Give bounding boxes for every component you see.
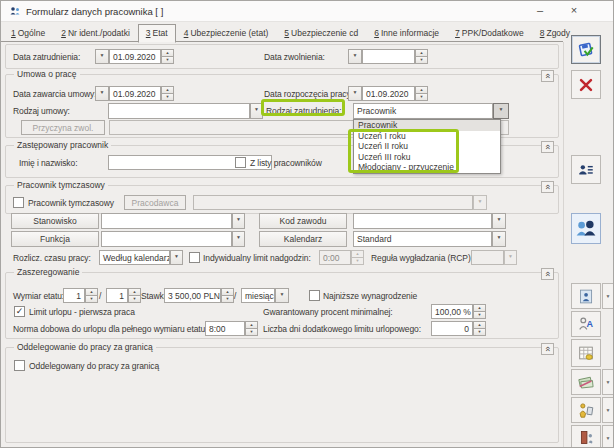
employee-docs-dropdown-button[interactable] [602, 397, 614, 423]
norma-dobowa-label: Norma dobowa do urlopu dla pełnego wymia… [13, 324, 208, 334]
data-zawarcia-calendar-button[interactable] [95, 86, 109, 101]
rodzaj-zatrudnienia-combo-input[interactable]: Pracownik [353, 103, 493, 119]
stawka-spinner[interactable] [221, 288, 234, 303]
rodzaj-umowy-dropdown-button[interactable] [250, 103, 263, 119]
data-zatrudnienia-spinner[interactable] [161, 49, 174, 64]
tab-ppk-dodatkowe[interactable]: 7PPK/Dodatkowe [447, 24, 532, 42]
wymiar-mianownik-input[interactable]: 1 [106, 288, 128, 303]
wymiar-licznik-input[interactable]: 1 [63, 288, 85, 303]
oddelegowanie-collapse-button[interactable] [541, 343, 554, 355]
rodzaj-umowy-combo-input[interactable] [108, 103, 250, 119]
gwarantowany-procent-input[interactable]: 100,00 % [431, 304, 473, 319]
gwarantowany-procent-spinner[interactable] [473, 304, 486, 319]
kalendarz-combo-input[interactable]: Standard [353, 231, 492, 247]
employee-docs-button[interactable] [571, 397, 601, 423]
wymiar-licznik-spinner[interactable] [85, 288, 98, 303]
data-zawarcia-input[interactable]: 01.09.2020 [109, 86, 161, 101]
dropdown-option[interactable]: Młodociany - przyuczenie [354, 162, 500, 173]
data-rozpoczecia-spinner[interactable] [415, 86, 428, 101]
dropdown-option[interactable]: Uczeń II roku [354, 141, 500, 152]
stanowisko-button[interactable]: Stanowisko [11, 213, 99, 229]
liczba-dni-input[interactable]: 0 [431, 321, 473, 336]
limit-nadgodzin-spinner [351, 250, 364, 265]
tab-nr-ident-podatki[interactable]: 2Nr ident./podatki [53, 24, 138, 42]
tab-ubezpieczenie-cd[interactable]: 5Ubezpieczenie cd [276, 24, 366, 42]
stawka-okres-combo-input[interactable]: miesiąc [241, 288, 275, 303]
tab-label: PPK/Dodatkowe [462, 28, 524, 38]
umowa-collapse-button[interactable] [541, 70, 554, 82]
minimize-button[interactable]: – [529, 3, 551, 19]
photo-dropdown-button[interactable] [602, 283, 614, 309]
kod-zawodu-button[interactable]: Kod zawodu [259, 213, 347, 229]
kalendarz-dropdown-button[interactable] [492, 231, 506, 247]
tab-label: Ubezpieczenie (etat) [190, 28, 268, 38]
data-rozpoczecia-input[interactable]: 01.09.2020 [362, 86, 415, 101]
pracownik-tymczasowy-label: Pracownik tymczasowy [28, 198, 114, 208]
funkcja-button[interactable]: Funkcja [11, 231, 99, 247]
indywidualny-limit-checkbox[interactable] [189, 252, 200, 263]
dropdown-option[interactable]: Uczeń I roku [354, 131, 500, 142]
tab-inne-informacje[interactable]: 6Inne informacje [366, 24, 447, 42]
tab-etat[interactable]: 3Etat [138, 24, 176, 43]
najnizsze-wynagrodzenie-checkbox[interactable] [309, 290, 320, 301]
money-button[interactable] [571, 369, 601, 395]
imie-nazwisko-input[interactable] [108, 155, 272, 170]
exit-door-button[interactable] [571, 425, 601, 448]
save-icon [577, 40, 596, 59]
employee-card-button[interactable] [571, 155, 601, 184]
norma-dobowa-input[interactable]: 8:00 [205, 321, 245, 336]
toolbar-divider [563, 42, 564, 448]
stawka-okres-dropdown-button[interactable] [275, 288, 289, 303]
calendar-grid-button[interactable] [571, 339, 601, 367]
pracownik-tymczasowy-checkbox[interactable] [13, 197, 24, 208]
stawka-input[interactable]: 3 500,00 PLN [164, 288, 221, 303]
money-dropdown-button[interactable] [602, 369, 614, 395]
z-listy-checkbox[interactable] [235, 157, 246, 168]
dropdown-option[interactable]: Uczeń III roku [354, 152, 500, 163]
data-zatrudnienia-input[interactable]: 01.09.2020 [109, 49, 161, 64]
funkcja-dropdown-button[interactable] [232, 231, 245, 247]
close-button[interactable]: × [563, 3, 585, 19]
norma-dobowa-spinner[interactable] [245, 321, 258, 336]
kod-zawodu-combo-input[interactable] [353, 213, 492, 229]
window-icon [9, 5, 21, 17]
stanowisko-dropdown-button[interactable] [232, 213, 245, 229]
stanowisko-combo-input[interactable] [101, 213, 232, 229]
limit-nadgodzin-input: 0:00 [319, 250, 351, 265]
people-button[interactable] [571, 213, 601, 244]
tab-zgody[interactable]: 8Zgody [532, 24, 578, 42]
data-rozpoczecia-calendar-button[interactable] [348, 86, 362, 101]
zaszeregowanie-collapse-button[interactable] [541, 268, 554, 280]
data-zwolnienia-calendar-button[interactable] [348, 49, 362, 64]
exit-door-dropdown-button[interactable] [602, 425, 614, 448]
data-zatrudnienia-calendar-button[interactable] [95, 49, 109, 64]
dropdown-option[interactable]: Pracownik [354, 120, 500, 131]
zastepowany-collapse-button[interactable] [541, 141, 554, 153]
rozlicz-combo-input[interactable]: Według kalendarza [99, 250, 170, 265]
data-zwolnienia-input[interactable] [362, 49, 415, 64]
tymczasowy-collapse-button[interactable] [541, 181, 554, 193]
limit-urlopu-checkbox[interactable] [14, 306, 25, 317]
data-zawarcia-spinner[interactable] [161, 86, 174, 101]
gwarantowany-procent-label: Gwarantowany procent minimalnej: [263, 307, 393, 317]
cancel-button[interactable] [571, 70, 601, 99]
titlebar: Formularz danych pracownika [ ] – × [1, 1, 613, 22]
data-zwolnienia-spinner[interactable] [415, 49, 428, 64]
photo-icon [578, 288, 595, 305]
rozlicz-dropdown-button[interactable] [170, 250, 183, 265]
liczba-dni-spinner[interactable] [473, 321, 486, 336]
tab-ogolne[interactable]: 1Ogólne [3, 24, 53, 42]
people-icon [575, 218, 597, 240]
tab-ubezpieczenie-etat[interactable]: 4Ubezpieczenie (etat) [176, 24, 277, 42]
zaszeregowanie-group-title: Zaszeregowanie [14, 267, 82, 277]
kod-zawodu-dropdown-button[interactable] [492, 213, 506, 229]
kalendarz-button[interactable]: Kalendarz [259, 231, 347, 247]
rodzaj-zatrudnienia-dropdown-button[interactable] [493, 103, 509, 119]
photo-button[interactable] [571, 283, 601, 309]
stawka-separator: / [234, 291, 236, 301]
rodzaj-zatrudnienia-label: Rodzaj zatrudnienia: [266, 106, 342, 116]
funkcja-combo-input[interactable] [101, 231, 232, 247]
oddelegowany-checkbox[interactable] [14, 360, 25, 371]
person-letter-button[interactable]: A [571, 311, 601, 337]
wymiar-mianownik-spinner[interactable] [128, 288, 141, 303]
